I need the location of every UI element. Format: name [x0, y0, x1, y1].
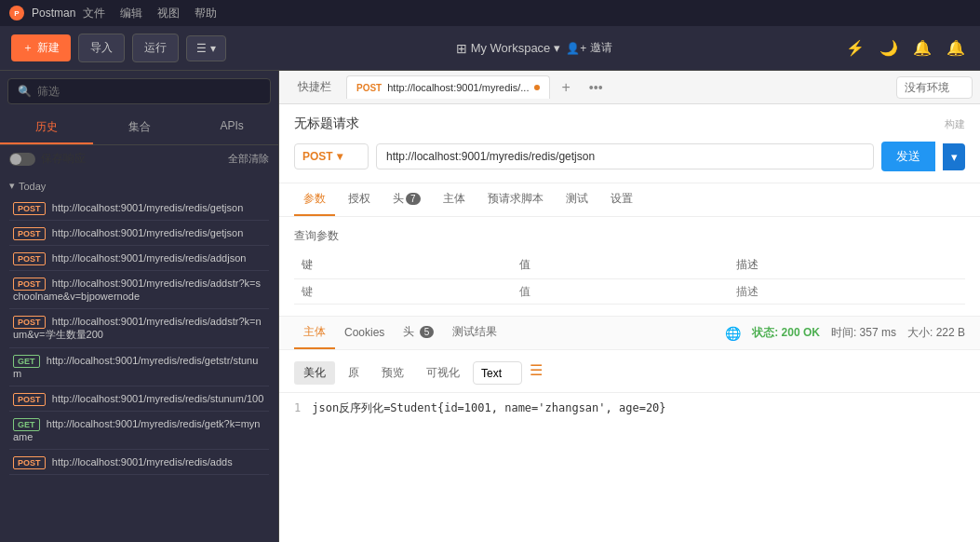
invite-label: 邀请 — [590, 40, 612, 56]
wrap-icon[interactable]: ☰ — [530, 361, 543, 385]
menu-edit[interactable]: 编辑 — [120, 6, 142, 21]
workspace-button[interactable]: ⊞ My Workspace ▾ — [456, 41, 561, 56]
list-item[interactable]: POST http://localhost:9001/myredis/redis… — [9, 196, 269, 221]
send-dropdown-button[interactable]: ▾ — [943, 143, 965, 170]
desc-input[interactable] — [736, 285, 939, 298]
method-chevron-icon: ▾ — [337, 150, 342, 163]
main-layout: 🔍 历史 集合 APIs 保存响应 全部清除 ▾ Today PO — [0, 71, 980, 542]
moon-icon[interactable]: 🌙 — [876, 35, 902, 61]
resp-tab-cookies[interactable]: Cookies — [335, 318, 394, 348]
active-tab[interactable]: POST http://localhost:9001/myredis/... — [346, 75, 550, 99]
text-format-select[interactable]: Text — [473, 361, 522, 385]
save-response-wrap: 保存响应 — [9, 151, 86, 167]
clear-button[interactable]: 全部清除 — [228, 152, 269, 166]
send-button[interactable]: 发送 — [881, 142, 935, 171]
list-item[interactable]: POST http://localhost:9001/myredis/redis… — [9, 246, 269, 271]
tab-pre-request[interactable]: 预请求脚本 — [478, 183, 553, 216]
grid-icon: ⊞ — [456, 41, 467, 56]
environment-select[interactable]: 没有环境 — [896, 76, 973, 99]
method-badge: POST — [13, 278, 46, 291]
invite-button[interactable]: 👤+ 邀请 — [566, 40, 612, 56]
list-item[interactable]: GET http://localhost:9001/myredis/redis/… — [9, 412, 269, 450]
bell-icon[interactable]: 🔔 — [909, 35, 935, 61]
history-url: http://localhost:9001/myredis/redis/stun… — [52, 393, 263, 404]
tab-tests[interactable]: 测试 — [557, 183, 597, 216]
sidebar-tab-history[interactable]: 历史 — [0, 112, 93, 144]
fmt-tab-preview[interactable]: 预览 — [372, 361, 413, 385]
method-badge: POST — [13, 456, 46, 469]
list-item[interactable]: POST http://localhost:9001/myredis/redis… — [9, 221, 269, 246]
response-code: json反序列化=Student{id=1001, name='zhangsan… — [312, 401, 665, 414]
method-badge: POST — [13, 393, 46, 406]
new-button[interactable]: ＋ 新建 — [11, 34, 71, 61]
method-badge: GET — [13, 355, 40, 368]
list-item[interactable]: POST http://localhost:9001/myredis/redis… — [9, 386, 269, 412]
menu-help[interactable]: 帮助 — [195, 6, 217, 21]
list-item[interactable]: POST http://localhost:9001/myredis/redis… — [9, 309, 269, 348]
col-add — [946, 251, 965, 279]
run-button[interactable]: 运行 — [132, 34, 179, 62]
url-input[interactable] — [376, 143, 874, 169]
app-logo: P — [9, 6, 24, 20]
line-number: 1 — [294, 401, 301, 414]
search-icon: 🔍 — [18, 85, 32, 98]
search-box[interactable]: 🔍 — [7, 78, 271, 104]
history-url: http://localhost:9001/myredis/redis/adds — [52, 456, 233, 467]
menu-file[interactable]: 文件 — [83, 6, 105, 21]
key-input[interactable] — [302, 285, 504, 298]
search-input[interactable] — [37, 85, 261, 98]
sidebar-controls: 保存响应 全部清除 — [0, 145, 278, 172]
tab-params[interactable]: 参数 — [294, 183, 335, 216]
sidebar-tab-collections[interactable]: 集合 — [93, 112, 186, 144]
value-input[interactable] — [519, 285, 722, 298]
fmt-tab-beautify[interactable]: 美化 — [294, 361, 335, 385]
extra-button[interactable]: ☰ ▾ — [186, 35, 226, 61]
method-badge: POST — [13, 252, 46, 265]
notification-icon[interactable]: 🔔 — [943, 35, 969, 61]
tab-auth[interactable]: 授权 — [339, 183, 380, 216]
toggle-knob — [10, 154, 21, 165]
globe-icon[interactable]: 🌐 — [725, 326, 741, 341]
today-header: ▾ Today — [9, 176, 269, 196]
resp-tab-body[interactable]: 主体 — [294, 317, 335, 349]
request-tabs: 参数 授权 头7 主体 预请求脚本 测试 设置 — [279, 183, 980, 217]
method-select[interactable]: POST ▾ — [294, 143, 369, 169]
fmt-tab-raw[interactable]: 原 — [339, 361, 369, 385]
construct-label: 构建 — [945, 117, 965, 131]
tab-settings[interactable]: 设置 — [601, 183, 642, 216]
import-button[interactable]: 导入 — [78, 34, 125, 62]
response-body: 美化 原 预览 可视化 Text ☰ 1json反序列化=Student{id=… — [279, 350, 980, 542]
tab-body[interactable]: 主体 — [434, 183, 475, 216]
response-status: 🌐 状态: 200 OK 时间: 357 ms 大小: 222 B — [725, 325, 965, 341]
lightning-icon[interactable]: ⚡ — [842, 35, 868, 61]
sidebar-tabs: 历史 集合 APIs — [0, 112, 278, 145]
shortcut-tab[interactable]: 快捷栏 — [287, 74, 342, 101]
save-response-toggle[interactable] — [9, 153, 35, 166]
request-title-row: 无标题请求 构建 — [294, 115, 965, 132]
sidebar-tab-apis[interactable]: APIs — [185, 112, 278, 144]
params-title: 查询参数 — [294, 228, 965, 244]
content-area: 快捷栏 POST http://localhost:9001/myredis/.… — [279, 71, 980, 542]
history-url: http://localhost:9001/myredis/redis/adds… — [13, 316, 262, 340]
menu-view[interactable]: 视图 — [157, 6, 180, 21]
tab-method: POST — [356, 83, 382, 93]
col-desc: 描述 — [729, 251, 946, 279]
env-selector-wrap: 没有环境 — [896, 76, 973, 99]
list-item[interactable]: POST http://localhost:9001/myredis/redis… — [9, 450, 269, 475]
more-tabs-button[interactable]: ••• — [582, 76, 611, 99]
history-section: ▾ Today POST http://localhost:9001/myred… — [0, 172, 278, 542]
list-item[interactable]: GET http://localhost:9001/myredis/redis/… — [9, 348, 269, 386]
fmt-tab-visualize[interactable]: 可视化 — [417, 361, 469, 385]
list-item[interactable]: POST http://localhost:9001/myredis/redis… — [9, 271, 269, 309]
status-text: 状态: 200 OK — [752, 325, 820, 341]
titlebar: P Postman 文件 编辑 视图 帮助 — [0, 0, 980, 26]
resp-tab-headers[interactable]: 头 5 — [394, 317, 443, 349]
chevron-down-icon: ▾ — [554, 41, 560, 55]
add-tab-button[interactable]: + — [554, 75, 577, 100]
response-area: 主体 Cookies 头 5 测试结果 🌐 状态: 200 OK 时间: 357… — [279, 316, 980, 542]
topbar-center: ⊞ My Workspace ▾ 👤+ 邀请 — [234, 40, 835, 56]
url-bar: POST ▾ 发送 ▾ — [294, 142, 965, 171]
resp-tab-test-results[interactable]: 测试结果 — [443, 317, 506, 349]
tab-headers[interactable]: 头7 — [383, 183, 430, 216]
history-url: http://localhost:9001/myredis/redis/getj… — [52, 202, 243, 213]
